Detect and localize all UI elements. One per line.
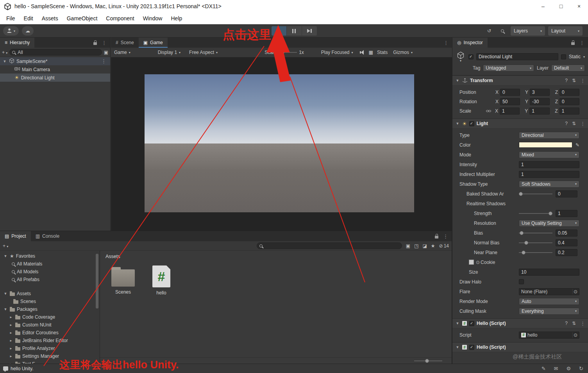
tab-inspector[interactable]: ◎ Inspector <box>452 38 488 48</box>
layer-dropdown[interactable]: Default▾ <box>551 65 585 72</box>
kebab-menu-icon[interactable]: ⋮ <box>101 58 110 64</box>
display-dropdown[interactable]: Display 1▾ <box>158 50 181 55</box>
foldout-closed-icon[interactable]: ► <box>9 331 13 335</box>
gameobject-icon[interactable]: ▾ <box>456 51 466 63</box>
strength-field[interactable]: 1 <box>556 210 577 217</box>
menu-file[interactable]: File <box>2 15 20 22</box>
tree-item-packages[interactable]: ▼ Packages <box>0 305 100 313</box>
slider-knob[interactable] <box>524 241 528 245</box>
bias-slider[interactable] <box>519 233 552 233</box>
tree-item-scenes[interactable]: Scenes <box>0 298 100 305</box>
step-button[interactable] <box>302 26 317 36</box>
link-icon[interactable] <box>486 109 491 113</box>
hidden-count-badge[interactable]: ⊘14 <box>439 243 449 249</box>
tree-item-all-models[interactable]: All Models <box>0 268 100 276</box>
scale-slider[interactable]: Scale 1x <box>265 50 304 55</box>
slider-knob[interactable] <box>520 231 524 235</box>
history-button[interactable]: ↺ <box>484 26 494 36</box>
scale-y-field[interactable]: 1 <box>529 108 549 115</box>
game-viewport[interactable] <box>111 57 452 231</box>
baked-shadow-field[interactable]: 0 <box>556 190 577 197</box>
rotation-x-field[interactable]: 50 <box>500 98 520 105</box>
vsync-button[interactable]: ▦ <box>369 50 373 55</box>
light-type-dropdown[interactable]: Directional▾ <box>519 132 579 139</box>
light-mode-dropdown[interactable]: Mixed▾ <box>519 151 579 158</box>
maximize-button[interactable]: □ <box>552 0 570 13</box>
close-button[interactable]: × <box>570 0 588 13</box>
foldout-open-icon[interactable]: ▼ <box>3 292 8 296</box>
favorites-star-icon[interactable]: ★ <box>431 243 435 249</box>
tree-item-editor-coroutines[interactable]: ► Editor Coroutines <box>0 329 100 337</box>
preset-icon[interactable]: ⇅ <box>572 321 576 326</box>
transform-component-header[interactable]: ▼ Transform ? ⇅ ⋮ <box>452 75 588 86</box>
slider-knob[interactable] <box>549 212 552 215</box>
preset-icon[interactable]: ⇅ <box>572 78 576 83</box>
foldout-open-icon[interactable]: ▼ <box>455 345 460 349</box>
tree-item-code-coverage[interactable]: ► Code Coverage <box>0 313 100 321</box>
tree-item-scene[interactable]: ▼ SampleScene* ⋮ <box>0 57 110 65</box>
tree-item-test-framework[interactable]: ► Test F <box>0 360 100 364</box>
slider-knob[interactable] <box>522 251 525 255</box>
kebab-menu-icon[interactable]: ⋮ <box>580 121 585 127</box>
add-button[interactable]: + ▾ <box>2 50 7 55</box>
culling-mask-dropdown[interactable]: Everything▾ <box>519 308 579 315</box>
scrollbar-thumb[interactable] <box>96 254 98 308</box>
menu-assets[interactable]: Assets <box>38 15 63 22</box>
rotation-y-field[interactable]: -30 <box>530 98 550 105</box>
tab-scene[interactable]: # Scene <box>111 38 139 48</box>
draw-halo-checkbox[interactable] <box>519 279 524 284</box>
layout-dropdown[interactable]: Layout▾ <box>548 26 583 36</box>
baked-shadow-slider[interactable] <box>519 194 552 194</box>
foldout-open-icon[interactable]: ▼ <box>455 321 460 325</box>
mute-audio-button[interactable] <box>359 50 365 55</box>
foldout-open-icon[interactable]: ▼ <box>455 122 460 126</box>
foldout-closed-icon[interactable]: ► <box>9 347 13 350</box>
resolution-dropdown[interactable]: Use Quality Setting▾ <box>519 220 579 227</box>
cookie-texture-thumb[interactable] <box>469 260 474 265</box>
search-filter-icon[interactable]: ▣ <box>104 50 108 55</box>
help-icon[interactable]: ? <box>565 321 568 326</box>
help-icon[interactable]: ? <box>565 121 568 126</box>
layers-dropdown[interactable]: Layers▾ <box>511 26 545 36</box>
light-color-swatch[interactable] <box>519 142 572 148</box>
script-object-field[interactable]: # hello ⊙ <box>519 332 579 339</box>
menu-gameobject[interactable]: GameObject <box>63 15 102 22</box>
script-enabled-checkbox[interactable] <box>469 321 474 326</box>
kebab-menu-icon[interactable]: ⋮ <box>579 40 584 46</box>
position-x-field[interactable]: 0 <box>500 89 520 96</box>
minimize-button[interactable]: – <box>534 0 552 13</box>
tree-item-main-camera[interactable]: Main Camera <box>0 65 110 74</box>
kebab-menu-icon[interactable]: ⋮ <box>443 233 448 239</box>
foldout-open-icon[interactable]: ▼ <box>455 79 460 82</box>
menu-component[interactable]: Component <box>102 15 138 22</box>
near-plane-slider[interactable] <box>519 252 552 253</box>
object-picker-icon[interactable]: ⊙ <box>572 289 578 294</box>
hierarchy-search-input[interactable]: All <box>9 49 102 56</box>
refresh-icon[interactable]: ↻ <box>579 366 583 371</box>
slider-knob[interactable] <box>425 359 429 363</box>
foldout-open-icon[interactable]: ▼ <box>3 307 8 311</box>
render-mode-dropdown[interactable]: Auto▾ <box>519 298 579 305</box>
normal-bias-field[interactable]: 0.4 <box>556 239 577 246</box>
lock-icon[interactable] <box>93 42 97 45</box>
slider-knob[interactable] <box>281 50 284 54</box>
play-focused-dropdown[interactable]: Play Focused▾ <box>321 50 353 55</box>
label-icon[interactable]: ◪ <box>422 243 427 249</box>
kebab-menu-icon[interactable]: ⋮ <box>443 40 449 46</box>
kebab-menu-icon[interactable]: ⋮ <box>580 321 585 326</box>
tab-console[interactable]: ▥ Console <box>31 231 64 241</box>
kebab-menu-icon[interactable]: ⋮ <box>102 40 107 46</box>
light-component-header[interactable]: ▼ ☀ Light ? ⇅ ⋮ <box>452 118 588 129</box>
hello-script2-component-header[interactable]: ▼ # Hello (Script) <box>452 342 588 352</box>
tree-item-profile-analyzer[interactable]: ► Profile Analyzer <box>0 344 100 352</box>
tag-dropdown[interactable]: Untagged▾ <box>483 65 534 72</box>
kebab-menu-icon[interactable]: ⋮ <box>580 78 585 84</box>
package-icon[interactable]: ◳ <box>414 243 418 249</box>
intensity-field[interactable]: 1 <box>519 161 579 168</box>
active-checkbox[interactable] <box>468 54 474 59</box>
normal-bias-slider[interactable] <box>519 242 552 243</box>
menu-edit[interactable]: Edit <box>20 15 38 22</box>
zoom-slider[interactable] <box>414 360 442 361</box>
near-plane-field[interactable]: 0.2 <box>556 249 577 256</box>
status-message[interactable]: hello Unity. <box>11 366 33 371</box>
